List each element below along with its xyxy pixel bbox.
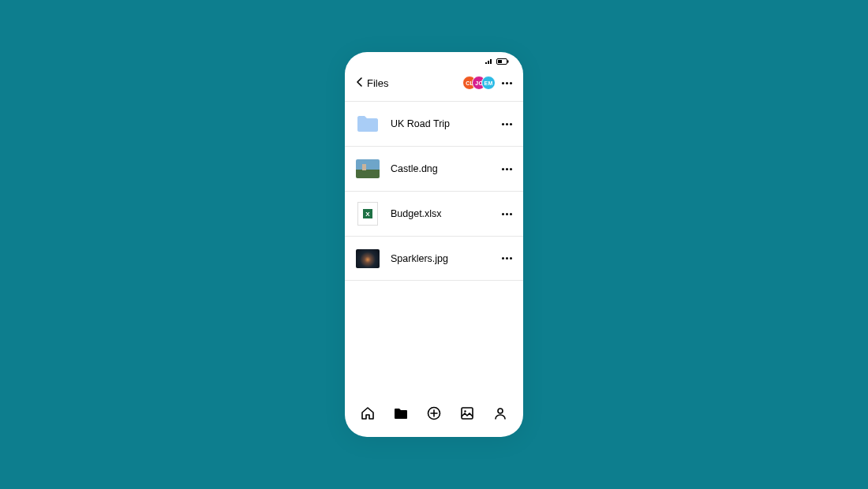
excel-file-icon: X: [356, 202, 380, 226]
photo-icon: [460, 406, 474, 424]
list-item[interactable]: Castle.dng: [345, 146, 523, 191]
phone-frame: Files CL JC EM UK Road Trip Castl: [345, 52, 523, 437]
item-more-button[interactable]: [497, 252, 512, 264]
folder-icon: [394, 407, 408, 423]
battery-icon: [496, 58, 509, 65]
list-item[interactable]: X Budget.xlsx: [345, 191, 523, 236]
nav-home[interactable]: [355, 402, 380, 427]
nav-photos[interactable]: [455, 402, 480, 427]
signal-icon: [485, 58, 493, 65]
nav-add[interactable]: [421, 402, 447, 427]
chevron-left-icon: [356, 76, 364, 90]
svg-point-6: [498, 409, 503, 413]
header-more-button[interactable]: [502, 82, 512, 84]
plus-circle-icon: [427, 406, 441, 424]
shared-avatars[interactable]: CL JC EM: [462, 76, 496, 90]
file-name: Castle.dng: [391, 163, 497, 174]
svg-rect-4: [462, 408, 473, 419]
svg-rect-1: [507, 61, 509, 63]
back-button[interactable]: Files: [356, 76, 388, 90]
item-more-button[interactable]: [497, 208, 512, 220]
file-name: UK Road Trip: [391, 118, 497, 129]
status-bar: [345, 52, 523, 68]
folder-icon: [356, 112, 380, 136]
item-more-button[interactable]: [497, 163, 512, 175]
svg-point-5: [464, 410, 466, 412]
image-thumbnail: [356, 247, 380, 271]
avatar: EM: [481, 76, 496, 90]
file-name: Budget.xlsx: [391, 208, 497, 219]
nav-account[interactable]: [488, 402, 513, 427]
list-item[interactable]: Sparklers.jpg: [345, 236, 523, 281]
header: Files CL JC EM: [345, 68, 523, 101]
image-thumbnail: [356, 157, 380, 181]
file-list: UK Road Trip Castle.dng X Budget.xlsx Sp: [345, 101, 523, 399]
bottom-nav: [345, 399, 523, 437]
home-icon: [361, 406, 375, 424]
svg-rect-2: [498, 60, 502, 63]
back-label: Files: [367, 77, 388, 89]
nav-files[interactable]: [388, 402, 413, 427]
list-item[interactable]: UK Road Trip: [345, 101, 523, 146]
person-icon: [493, 406, 507, 424]
item-more-button[interactable]: [497, 118, 512, 130]
file-name: Sparklers.jpg: [391, 253, 497, 264]
